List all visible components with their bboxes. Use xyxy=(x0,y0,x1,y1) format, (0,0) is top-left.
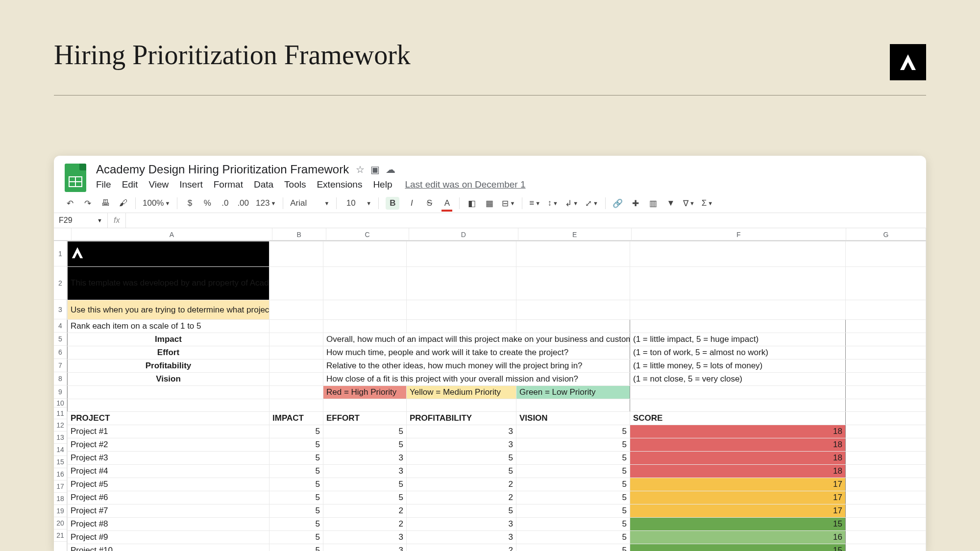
cell-score[interactable]: 17 xyxy=(630,504,846,518)
document-title[interactable]: Academy Design Hiring Prioritization Fra… xyxy=(96,163,349,176)
menu-insert[interactable]: Insert xyxy=(179,179,203,190)
factor-profitability-question[interactable]: Relative to the other ideas, how much mo… xyxy=(323,359,630,373)
factor-profitability[interactable]: Profitability xyxy=(68,359,270,373)
sheets-app-icon[interactable] xyxy=(65,164,86,192)
fill-color-icon[interactable]: ◧ xyxy=(466,197,477,210)
cell-vision[interactable]: 5 xyxy=(516,465,630,478)
cell-score[interactable]: 15 xyxy=(630,518,846,531)
star-icon[interactable]: ☆ xyxy=(356,164,365,175)
cell-score[interactable]: 18 xyxy=(630,425,846,438)
row-header[interactable]: 16 xyxy=(54,468,67,480)
row-header[interactable]: 19 xyxy=(54,505,67,517)
cell-score[interactable]: 16 xyxy=(630,531,846,544)
row-header[interactable]: 21 xyxy=(54,529,67,542)
table-row[interactable]: Project #5552517 xyxy=(68,478,926,491)
text-color-button[interactable]: A xyxy=(441,197,452,210)
cell-effort[interactable]: 5 xyxy=(323,425,407,438)
cell-effort[interactable]: 5 xyxy=(323,438,407,452)
row-header[interactable]: 15 xyxy=(54,456,67,468)
cell-effort[interactable]: 3 xyxy=(323,452,407,465)
row-header[interactable]: 12 xyxy=(54,419,67,431)
cell-project-name[interactable]: Project #3 xyxy=(68,452,270,465)
cell-project-name[interactable]: Project #2 xyxy=(68,438,270,452)
redo-icon[interactable]: ↷ xyxy=(82,197,93,210)
undo-icon[interactable]: ↶ xyxy=(65,197,75,210)
cell-profitability[interactable]: 2 xyxy=(407,544,516,551)
paint-format-icon[interactable]: 🖌 xyxy=(118,197,128,210)
table-row[interactable]: Project #1553518 xyxy=(68,425,926,438)
cell-vision[interactable]: 5 xyxy=(516,438,630,452)
factor-vision[interactable]: Vision xyxy=(68,373,270,386)
cell-profitability[interactable]: 2 xyxy=(407,491,516,504)
insert-link-icon[interactable]: 🔗 xyxy=(612,197,623,210)
font-size-dropdown[interactable]: 10 xyxy=(343,197,358,210)
menu-data[interactable]: Data xyxy=(254,179,273,190)
row-header[interactable]: 10 xyxy=(54,399,67,407)
factor-impact-question[interactable]: Overall, how much of an impact will this… xyxy=(323,333,630,346)
row-header[interactable]: 13 xyxy=(54,431,67,444)
menu-extensions[interactable]: Extensions xyxy=(317,179,362,190)
legend-low-priority[interactable]: Green = Low Priority xyxy=(516,386,630,399)
cell-score[interactable]: 17 xyxy=(630,491,846,504)
text-rotation-dropdown[interactable]: ⤢▼ xyxy=(585,197,598,210)
cell-profitability[interactable]: 5 xyxy=(407,465,516,478)
table-row[interactable]: Project #9533516 xyxy=(68,531,926,544)
cell-profitability[interactable]: 3 xyxy=(407,425,516,438)
font-family-dropdown[interactable]: Arial▼ xyxy=(290,197,329,210)
zoom-dropdown[interactable]: 100%▼ xyxy=(143,197,170,210)
cell-vision[interactable]: 5 xyxy=(516,518,630,531)
th-score[interactable]: SCORE xyxy=(630,412,846,425)
strikethrough-button[interactable]: S xyxy=(424,197,435,210)
cell-impact[interactable]: 5 xyxy=(270,491,323,504)
cell-impact[interactable]: 5 xyxy=(270,438,323,452)
cloud-icon[interactable]: ☁ xyxy=(386,164,395,175)
factor-impact-scale[interactable]: (1 = little impact, 5 = huge impact) xyxy=(630,333,846,346)
cell-attribution[interactable]: This template was developed by and prope… xyxy=(68,267,270,300)
legend-medium-priority[interactable]: Yellow = Medium Priority xyxy=(407,386,516,399)
cell-usage-note[interactable]: Use this when you are trying to determin… xyxy=(68,300,270,320)
cell-project-name[interactable]: Project #10 xyxy=(68,544,270,551)
cell-vision[interactable]: 5 xyxy=(516,531,630,544)
table-row[interactable]: Project #6552517 xyxy=(68,491,926,504)
factor-effort-scale[interactable]: (1 = ton of work, 5 = almost no work) xyxy=(630,346,846,359)
legend-high-priority[interactable]: Red = High Priority xyxy=(323,386,407,399)
cell-effort[interactable]: 2 xyxy=(323,518,407,531)
menu-tools[interactable]: Tools xyxy=(284,179,306,190)
cell-impact[interactable]: 5 xyxy=(270,531,323,544)
filter-icon[interactable]: ▼ xyxy=(665,197,676,210)
col-header-e[interactable]: E xyxy=(518,228,632,240)
increase-decimal-icon[interactable]: .00 xyxy=(237,197,249,210)
col-header-b[interactable]: B xyxy=(272,228,326,240)
print-icon[interactable]: 🖶 xyxy=(100,197,111,210)
cell-vision[interactable]: 5 xyxy=(516,425,630,438)
last-edit-link[interactable]: Last edit was on December 1 xyxy=(405,179,525,190)
cell-score[interactable]: 15 xyxy=(630,544,846,551)
decrease-decimal-icon[interactable]: .0 xyxy=(220,197,230,210)
cell-impact[interactable]: 5 xyxy=(270,504,323,518)
row-header[interactable]: 11 xyxy=(54,407,67,419)
cell-project-name[interactable]: Project #5 xyxy=(68,478,270,491)
row-header[interactable]: 9 xyxy=(54,385,67,399)
column-headers[interactable]: A B C D E F G xyxy=(54,228,926,241)
filter-views-dropdown[interactable]: ∇▼ xyxy=(683,197,695,210)
cell-effort[interactable]: 2 xyxy=(323,504,407,518)
horizontal-align-dropdown[interactable]: ≡▼ xyxy=(529,197,540,210)
col-header-c[interactable]: C xyxy=(326,228,409,240)
insert-comment-icon[interactable]: ✚ xyxy=(630,197,641,210)
cell-project-name[interactable]: Project #4 xyxy=(68,465,270,478)
cell-score[interactable]: 18 xyxy=(630,438,846,452)
col-header-d[interactable]: D xyxy=(409,228,518,240)
row-header[interactable]: 17 xyxy=(54,480,67,493)
menu-format[interactable]: Format xyxy=(214,179,243,190)
cell-score[interactable]: 18 xyxy=(630,452,846,465)
row-header[interactable]: 20 xyxy=(54,517,67,529)
factor-profitability-scale[interactable]: (1 = little money, 5 = lots of money) xyxy=(630,359,846,373)
text-wrap-dropdown[interactable]: ↲▼ xyxy=(565,197,578,210)
cell-impact[interactable]: 5 xyxy=(270,465,323,478)
currency-icon[interactable]: $ xyxy=(184,197,195,210)
table-row[interactable]: Project #2553518 xyxy=(68,438,926,452)
cell-impact[interactable]: 5 xyxy=(270,518,323,531)
move-icon[interactable]: ▣ xyxy=(370,164,380,175)
cell-vision[interactable]: 5 xyxy=(516,504,630,518)
merge-cells-dropdown[interactable]: ⊟▼ xyxy=(502,197,515,210)
